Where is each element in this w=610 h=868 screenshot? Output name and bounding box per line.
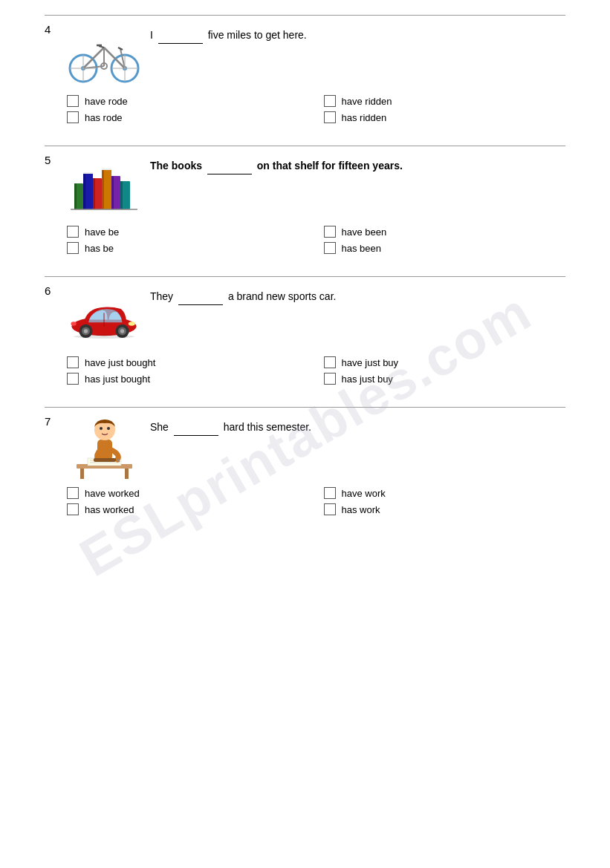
option-label-6-2: have just buy: [342, 357, 399, 368]
svg-point-43: [74, 335, 134, 339]
option-label-4-4: has ridden: [342, 112, 387, 123]
svg-rect-22: [74, 183, 77, 209]
checkbox-7-3[interactable]: [67, 503, 79, 515]
question-6-header: 6: [45, 284, 565, 347]
checkbox-6-3[interactable]: [67, 373, 79, 385]
svg-point-44: [129, 322, 135, 325]
option-label-6-3: has just bought: [85, 373, 150, 385]
option-label-6-1: have just bought: [85, 357, 155, 368]
car-icon: [67, 292, 141, 340]
question-6-option-3: has just bought: [67, 373, 309, 385]
question-5-blank: [207, 157, 252, 174]
checkbox-4-4[interactable]: [324, 111, 336, 123]
option-label-5-2: have been: [342, 226, 387, 238]
checkbox-5-2[interactable]: [324, 226, 336, 238]
question-7-option-3: has worked: [67, 503, 309, 515]
svg-line-11: [118, 48, 123, 50]
option-label-7-4: has work: [342, 504, 380, 515]
svg-rect-28: [102, 169, 104, 209]
checkbox-5-3[interactable]: [67, 242, 79, 254]
question-4-options: have rode have ridden has rode has ridde…: [67, 95, 565, 123]
option-label-6-4: has just buy: [342, 373, 393, 385]
svg-rect-32: [120, 181, 123, 209]
svg-rect-26: [93, 178, 95, 209]
checkbox-4-1[interactable]: [67, 95, 79, 107]
question-4-option-3: has rode: [67, 111, 309, 123]
question-7-option-1: have worked: [67, 487, 309, 499]
checkbox-5-4[interactable]: [324, 242, 336, 254]
question-4-text: I five miles to get here.: [150, 23, 307, 44]
books-icon: [71, 157, 137, 213]
question-5-text: The books on that shelf for fifteen year…: [150, 154, 403, 174]
checkbox-4-3[interactable]: [67, 111, 79, 123]
svg-point-56: [107, 427, 110, 430]
person-image: [67, 415, 141, 478]
option-label-5-3: has be: [85, 243, 114, 254]
option-label-4-1: have rode: [85, 96, 128, 107]
question-7-text: She hard this semester.: [150, 415, 311, 436]
option-label-4-3: has rode: [85, 112, 123, 123]
checkbox-6-1[interactable]: [67, 356, 79, 368]
checkbox-4-2[interactable]: [324, 95, 336, 107]
question-7: 7: [45, 407, 565, 515]
question-6-text: They a brand new sports car.: [150, 284, 336, 305]
option-label-5-4: has been: [342, 243, 382, 254]
svg-point-45: [71, 322, 76, 325]
svg-rect-58: [94, 458, 116, 462]
option-label-5-1: have be: [85, 226, 119, 238]
question-4-option-2: have ridden: [324, 95, 566, 107]
car-image: [67, 284, 141, 347]
question-5-option-1: have be: [67, 226, 309, 238]
option-label-7-3: has worked: [85, 504, 134, 515]
question-7-options: have worked have work has worked has wor…: [67, 487, 565, 515]
checkbox-7-2[interactable]: [324, 487, 336, 499]
books-image: [67, 154, 141, 217]
question-5-option-4: has been: [324, 242, 566, 254]
question-5-option-3: has be: [67, 242, 309, 254]
question-4-option-4: has ridden: [324, 111, 566, 123]
checkbox-5-1[interactable]: [67, 226, 79, 238]
question-5-number: 5: [45, 154, 58, 166]
svg-point-39: [84, 329, 88, 333]
svg-rect-30: [111, 176, 114, 209]
question-5-options: have be have been has be has been: [67, 226, 565, 254]
bicycle-icon: [67, 25, 141, 85]
question-4-number: 4: [45, 23, 58, 36]
question-5-header: 5: [45, 154, 565, 217]
checkbox-6-2[interactable]: [324, 356, 336, 368]
question-7-number: 7: [45, 415, 58, 428]
option-label-7-2: have work: [342, 488, 386, 499]
question-4-blank: [158, 27, 203, 44]
svg-rect-24: [83, 172, 85, 209]
checkbox-6-4[interactable]: [324, 373, 336, 385]
question-6-options: have just bought have just buy has just …: [67, 356, 565, 385]
svg-line-8: [99, 46, 104, 48]
question-7-option-4: has work: [324, 503, 566, 515]
svg-point-55: [100, 427, 103, 430]
question-7-header: 7: [45, 415, 565, 478]
option-label-4-2: have ridden: [342, 96, 392, 107]
divider-5: [45, 146, 565, 146]
svg-rect-48: [80, 469, 84, 479]
question-7-blank: [174, 419, 218, 436]
question-5-option-2: have been: [324, 226, 566, 238]
question-6: 6: [45, 276, 565, 385]
divider-4: [45, 15, 565, 16]
divider-7: [45, 407, 565, 408]
question-6-option-4: has just buy: [324, 373, 566, 385]
question-6-option-2: have just buy: [324, 356, 566, 368]
question-4: 4: [45, 15, 565, 123]
question-7-option-2: have work: [324, 487, 566, 499]
option-label-7-1: have worked: [85, 488, 140, 499]
svg-marker-35: [102, 169, 111, 170]
question-4-option-1: have rode: [67, 95, 309, 107]
svg-marker-34: [83, 172, 93, 174]
question-6-number: 6: [45, 284, 58, 297]
checkbox-7-4[interactable]: [324, 503, 336, 515]
checkbox-7-1[interactable]: [67, 487, 79, 499]
question-6-blank: [178, 288, 223, 305]
person-writing-icon: [69, 414, 140, 480]
svg-rect-49: [125, 469, 129, 479]
divider-6: [45, 276, 565, 277]
bicycle-image: [67, 23, 141, 86]
